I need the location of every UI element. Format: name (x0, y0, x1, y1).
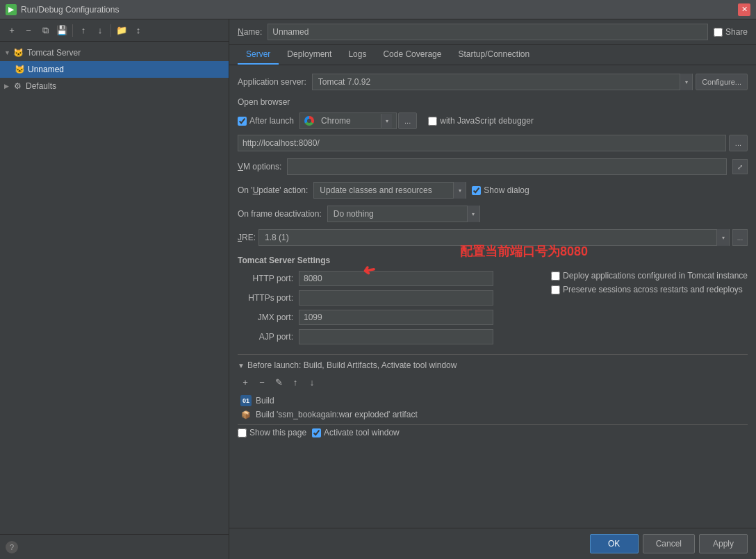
url-row: ... (238, 135, 748, 151)
sidebar-item-tomcat-label: Tomcat Server (27, 48, 81, 58)
show-dialog-checkbox[interactable] (472, 186, 481, 195)
https-port-input[interactable] (299, 290, 493, 306)
ajp-port-input[interactable] (299, 329, 493, 344)
browser-select-wrap: Chrome ▾ ... (299, 112, 417, 129)
app-server-arrow[interactable]: ▾ (680, 74, 692, 90)
tab-deployment[interactable]: Deployment (279, 45, 340, 65)
browser-dropdown-arrow[interactable]: ▾ (381, 114, 392, 128)
configure-button[interactable]: Configure... (696, 74, 748, 90)
sidebar-item-tomcat[interactable]: ▼ 🐱 Tomcat Server (0, 44, 229, 61)
jmx-port-input[interactable] (299, 310, 493, 325)
after-launch-checkbox-wrap: After launch (238, 116, 294, 126)
browser-combo[interactable]: Chrome ▾ (299, 112, 397, 129)
title-bar: ▶ Run/Debug Configurations ✕ (0, 0, 756, 19)
frame-deactivation-value: Do nothing (328, 209, 467, 219)
move-up-button[interactable]: ↑ (76, 23, 91, 38)
launch-item-artifact: 📦 Build 'ssm_bookagain:war exploded' art… (238, 408, 748, 422)
url-settings-button[interactable]: ... (729, 135, 748, 151)
browser-settings-button[interactable]: ... (398, 112, 417, 129)
before-launch-section: ▼ Before launch: Build, Build Artifacts,… (238, 354, 748, 440)
sort-button[interactable]: ↕ (131, 23, 146, 38)
sidebar-item-defaults[interactable]: ▶ ⚙ Defaults (0, 78, 229, 94)
activate-tool-window-checkbox[interactable] (312, 428, 321, 437)
launch-remove-button[interactable]: − (254, 374, 270, 390)
jmx-port-row: JMX port: (238, 310, 534, 325)
launch-edit-button[interactable]: ✎ (271, 374, 286, 390)
remove-config-button[interactable]: − (21, 23, 36, 38)
move-down-button[interactable]: ↓ (92, 23, 108, 38)
app-icon: ▶ (6, 4, 17, 15)
footer-buttons: OK Cancel Apply (229, 528, 756, 559)
deploy-apps-label: Deploy applications configured in Tomcat… (563, 271, 748, 281)
vm-expand-button[interactable]: ⤢ (732, 159, 748, 174)
ajp-port-row: AJP port: (238, 329, 534, 344)
build-icon: 01 (240, 395, 252, 406)
sidebar-item-unnamed[interactable]: 🐱 Unnamed (0, 61, 229, 78)
update-action-arrow[interactable]: ▾ (453, 182, 466, 199)
artifact-icon: 📦 (240, 409, 252, 420)
launch-add-button[interactable]: + (238, 374, 253, 390)
name-input[interactable] (268, 24, 708, 40)
sidebar: + − ⧉ 💾 ↑ ↓ 📁 ↕ ▼ 🐱 Tomcat Server 🐱 Unna… (0, 19, 229, 559)
update-action-dropdown[interactable]: Update classes and resources ▾ (313, 182, 466, 199)
jre-browse-button[interactable]: ... (732, 229, 748, 246)
save-config-button[interactable]: 💾 (54, 23, 69, 38)
preserve-sessions-checkbox[interactable] (551, 285, 560, 294)
tabs-bar: Server Deployment Logs Code Coverage Sta… (229, 45, 756, 65)
add-config-button[interactable]: + (4, 23, 19, 38)
update-action-value: Update classes and resources (314, 185, 453, 195)
help-button[interactable]: ? (6, 541, 18, 553)
app-server-dropdown[interactable]: Tomcat 7.0.92 ▾ (312, 74, 693, 90)
apply-button[interactable]: Apply (699, 534, 748, 553)
tab-logs[interactable]: Logs (340, 45, 375, 65)
preserve-sessions-wrap: Preserve sessions across restarts and re… (551, 285, 748, 294)
activate-tool-window-label: Activate tool window (324, 428, 400, 437)
tab-code-coverage[interactable]: Code Coverage (375, 45, 450, 65)
folder-button[interactable]: 📁 (114, 23, 129, 38)
jre-label: JRE: (238, 233, 256, 242)
frame-deactivation-dropdown[interactable]: Do nothing ▾ (327, 206, 480, 222)
js-debugger-wrap: with JavaScript debugger (428, 116, 534, 126)
launch-up-button[interactable]: ↑ (288, 374, 303, 390)
chrome-icon (304, 116, 314, 126)
show-this-page-checkbox[interactable] (238, 428, 247, 437)
http-port-input[interactable] (299, 271, 493, 286)
share-checkbox[interactable] (714, 28, 723, 37)
jre-dropdown-arrow[interactable]: ▾ (716, 229, 729, 246)
vm-options-input[interactable] (287, 158, 727, 175)
share-label: Share (725, 27, 748, 37)
launch-down-button[interactable]: ↓ (304, 374, 320, 390)
deploy-apps-checkbox[interactable] (551, 272, 560, 281)
before-launch-triangle[interactable]: ▼ (238, 362, 245, 369)
chrome-inner (307, 119, 311, 123)
deploy-options: Deploy applications configured in Tomcat… (545, 271, 748, 349)
https-port-row: HTTPs port: (238, 290, 534, 306)
tomcat-settings-title: Tomcat Server Settings (238, 256, 748, 265)
deploy-apps-wrap: Deploy applications configured in Tomcat… (551, 271, 748, 281)
app-server-control: Tomcat 7.0.92 ▾ Configure... (312, 74, 748, 90)
close-button[interactable]: ✕ (738, 3, 750, 16)
name-label: Name: (238, 27, 262, 37)
on-frame-deactivation-label: On frame deactivation: (238, 209, 322, 219)
toolbar-separator-2 (110, 24, 111, 37)
js-debugger-checkbox[interactable] (428, 117, 437, 126)
ok-button[interactable]: OK (590, 534, 639, 553)
tab-startup-connection[interactable]: Startup/Connection (450, 45, 538, 65)
unnamed-icon: 🐱 (14, 64, 25, 75)
frame-deactivation-arrow[interactable]: ▾ (467, 206, 479, 222)
content-area: Name: Share Server Deployment Logs Code … (229, 19, 756, 559)
launch-item-build: 01 Build (238, 394, 748, 408)
artifact-label: Build 'ssm_bookagain:war exploded' artif… (256, 410, 418, 419)
ports-section: HTTP port: HTTPs port: JMX port: (238, 271, 534, 349)
show-this-page-wrap: Show this page (238, 428, 306, 437)
bottom-options: Show this page Activate tool window (238, 424, 748, 440)
preserve-sessions-label: Preserve sessions across restarts and re… (563, 285, 743, 294)
expand-arrow-tomcat: ▼ (4, 49, 10, 56)
tomcat-settings-section: Tomcat Server Settings 配置当前端口号为8080 ➜ HT… (238, 256, 748, 349)
after-launch-checkbox[interactable] (238, 117, 247, 126)
sidebar-item-defaults-label: Defaults (26, 81, 56, 91)
tab-server[interactable]: Server (238, 45, 279, 65)
cancel-button[interactable]: Cancel (643, 534, 695, 553)
copy-config-button[interactable]: ⧉ (38, 23, 53, 38)
url-input[interactable] (238, 135, 726, 151)
